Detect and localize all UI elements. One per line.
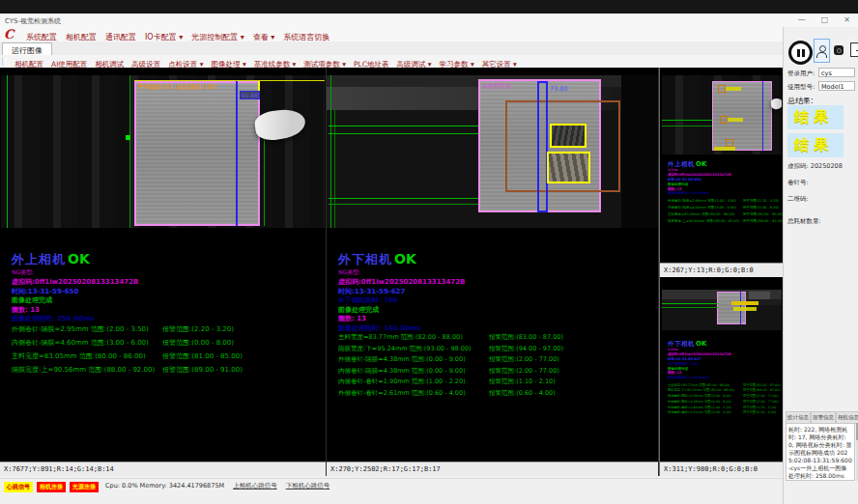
blue-measure-line [236, 81, 238, 226]
measurement-row: 外侧卷针-卷针=2.61mm 范围:(0.60 - 4.00)报警范围:(0.6… [338, 389, 649, 401]
virtual-code-label: 虚拟码: [787, 162, 809, 170]
qr-code-label: 二维码: [787, 195, 809, 204]
menu-item[interactable]: IO卡配置 ▾ [145, 33, 183, 42]
cpu-memory-text: Cpu: 0.0% Memory: 3424.41796875M [105, 482, 224, 490]
result-block-upper: 外上相机OK NG类型: 虚拟码:0ff1iw2025020813313472B… [12, 249, 321, 324]
pixel-status-bar: X:7677;Y:891;R:14;G:14;B:14 [0, 462, 326, 476]
heartbeat-link[interactable]: 下相机心跳信号 [286, 482, 330, 490]
measurement-row: 隔膜宽度-上=90.56mm 范围:(88.00 - 92.00)报警范围:(8… [12, 365, 323, 378]
ok-status: OK [696, 159, 706, 167]
defect-roi-2 [547, 152, 590, 183]
ng-type-label: NG类型: [668, 168, 784, 172]
yellow-tick [258, 81, 260, 91]
operator-button[interactable] [814, 39, 830, 63]
menubar: C 系统配置相机配置通讯配置IO卡配置 ▾光源控制配置 ▾查看 ▾系统语言切换 [0, 27, 858, 42]
right-green-line [264, 131, 265, 226]
ng-type-label: NG类型: [12, 268, 321, 275]
measurement-row: 内侧卷针-隔膜=4.38mm 范围:(0.00 - 9.00)报警范围:(2.0… [338, 367, 649, 378]
anchor-box [726, 139, 733, 147]
pixel-status-bar: X:270;Y:2502;R:17;G:17;B:17 [327, 462, 658, 476]
measurement-list: 主料宽度=83.77mm 范围:(82.00 - 88.00)报警范围:(83.… [338, 333, 649, 400]
measurement-row: 外侧卷针-隔膜=2.95mm 范围:(2.00 - 3.50)报警范围:(2.2… [12, 324, 323, 338]
blue-measure-rect [537, 81, 548, 212]
ng-type-label: NG类型: [668, 348, 784, 351]
toolbar: 相机配置AI使用配置相机调试高级设置点检设置 ▾图像处理 ▾基准线参数 ▾测试项… [0, 55, 783, 69]
mini-image-lower[interactable] [662, 290, 782, 330]
blue-measure-value: 73.80 [550, 85, 568, 93]
ng-type-label: NG类型: [338, 268, 647, 275]
ok-status: OK [68, 251, 90, 266]
ai-roi-label: AI检测区域 [482, 82, 511, 91]
menu-item[interactable]: 相机配置 [66, 33, 97, 42]
heartbeat-link[interactable]: 上相机心跳信号 [233, 482, 277, 490]
login-user-field[interactable]: cys [818, 68, 855, 77]
mini-value-label [733, 307, 757, 311]
result-rows: 虚拟码:0ff1iw2025020813313472B时间:13-31-59-6… [668, 173, 784, 196]
green-hline [662, 120, 712, 121]
measurement-row: 内侧卷针-卷针=1.90mm 范围:(1.00 - 2.20)报警范围:(1.1… [338, 378, 649, 389]
result-row: 时间:13-31-59-650 [12, 288, 321, 297]
mini-value-label [714, 147, 735, 151]
result-row: 圈数: 13 [338, 315, 647, 324]
result-box-upper: 结果 [787, 105, 844, 129]
maximize-icon[interactable]: □ [821, 15, 829, 24]
pixel-status-bar: X:311;Y:980;R:0;G:0;B:0 [660, 462, 784, 476]
menu-item[interactable]: 光源控制配置 ▾ [191, 33, 244, 42]
mini-panel-upper: 外上相机OK NG类型: 虚拟码:0ff1iw2025020813313472B… [660, 68, 784, 277]
pixel-status-bar: X:267;Y:13;R:0;G:0;B:0 [660, 263, 784, 277]
menu-item[interactable]: 通讯配置 [105, 33, 136, 42]
top-yellow-line [134, 80, 325, 81]
blue-measure-value: 91.88 [240, 91, 260, 99]
result-row: 图像处理完成 [12, 296, 321, 306]
pause-button[interactable] [788, 41, 813, 65]
footer-badges: 心跳信号相机连接光源连接 [0, 482, 99, 492]
result-row: 图像处理耗时: 256.00ms [668, 191, 784, 196]
result-row: 时间:13-31-59-627 [338, 288, 647, 297]
anchor-box [718, 85, 726, 93]
menu-item[interactable]: 系统语言切换 [283, 33, 329, 42]
camera-image-lower[interactable]: AI检测区域 73.80 [327, 75, 658, 228]
result-row: 虚拟码:0ff1iw2025020813313472B [338, 278, 647, 288]
green-hline [329, 198, 478, 199]
mini-value-label [728, 118, 743, 122]
status-badge: 光源连接 [70, 482, 99, 492]
green-hline [329, 204, 478, 205]
mini-result-lower: 外下相机OK NG类型: 虚拟码:0ff1iw2025020813313472B… [668, 338, 784, 416]
result-rows: 虚拟码:0ff1iw2025020813313472B时间:13-31-59-6… [12, 278, 321, 324]
close-icon[interactable]: ✕ [844, 15, 850, 24]
screen-top-strip [0, 0, 858, 14]
mini-panel-lower: 外下相机OK NG类型: 虚拟码:0ff1iw2025020813313472B… [660, 278, 784, 476]
menu-item[interactable]: 系统配置 [26, 33, 57, 42]
result-row: 虚拟码:0ff1iw2025020813313472B [12, 278, 321, 288]
camera-panel-lower: AI检测区域 73.80 外下相机OK NG类型: 虚拟码:0ff1iw2025… [327, 68, 659, 476]
footer-links: 上相机心跳信号下相机心跳信号 [224, 482, 329, 490]
logout-button[interactable] [847, 39, 858, 61]
separator-film-roi [134, 81, 260, 226]
lens-icon [834, 45, 844, 55]
mini-image-upper[interactable] [662, 75, 782, 154]
camera-title: 外上相机 [668, 160, 695, 168]
threshold-overlay-text: 平均阈值:93, 动态阈值:100 [137, 83, 215, 92]
result-rows: 虚拟码:0ff1iw2025020813313472B时间:13-31-59-6… [338, 278, 647, 334]
measurement-list: 外侧卷针-隔膜=2.95mm 范围:(2.00 - 3.50)报警范围:(2.2… [12, 324, 323, 378]
blue-measure-line [762, 81, 763, 151]
material-count-label: 总耗材数量: [787, 217, 821, 226]
camera-panel-upper: 91.88 平均阈值:93, 动态阈值:100 外上相机OK NG类型: 虚拟码… [0, 68, 327, 476]
gripper-object [253, 107, 307, 143]
statistics-info-box[interactable]: 耗时: 222, 网络检测耗时: 17, 网络分类耗时: 0, 网络视标分类耗时… [786, 423, 855, 481]
minimize-icon[interactable]: — [798, 15, 806, 24]
camera-image-upper[interactable]: 91.88 平均阈值:93, 动态阈值:100 [1, 75, 325, 228]
camera-mode-button[interactable] [832, 41, 844, 59]
main-view-area: 91.88 平均阈值:93, 动态阈值:100 外上相机OK NG类型: 虚拟码… [0, 68, 783, 476]
measurement-row: 隔膜宽度-下=95.24mm 范围:(93.00 - 98.00)报警范围:(9… [338, 345, 649, 356]
model-field[interactable]: Model1 [818, 81, 855, 91]
result-box-lower: 结果 [787, 133, 844, 157]
pause-icon [802, 49, 805, 57]
result-rows: 虚拟码:0ff1iw2025020813313472B时间:13-31-59-6… [668, 352, 784, 380]
baseline-green-line [7, 75, 8, 228]
measurement-row: 外侧卷针-隔膜=4.38mm 范围:(0.00 - 9.00)报警范围:(2.0… [338, 355, 649, 367]
measurement-row: 内侧卷针-隔膜=4.60mm 范围:(3.00 - 6.00)报警范围:(0.0… [12, 338, 323, 351]
measurement-row: 主料宽度=83.05mm 范围:(80.00 - 86.00)报警范围:(81.… [12, 351, 323, 365]
anchor-box [720, 116, 728, 124]
menu-item[interactable]: 查看 ▾ [253, 33, 275, 42]
